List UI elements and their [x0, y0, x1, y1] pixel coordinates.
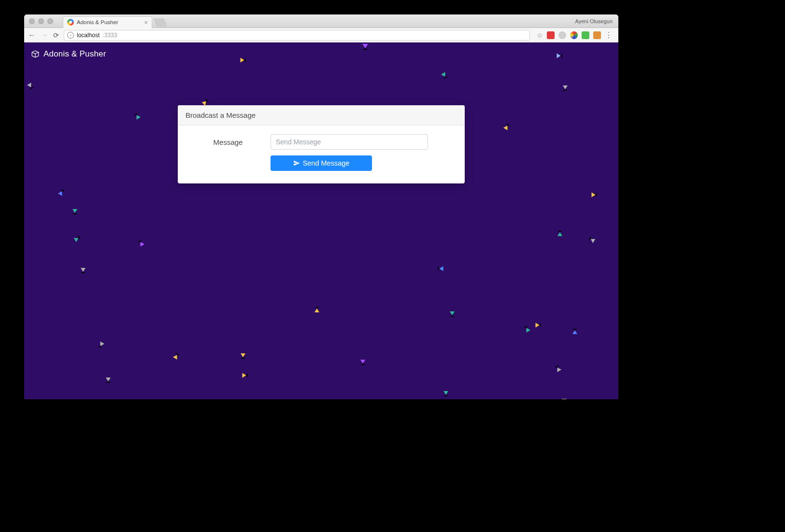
decorative-triangle — [58, 189, 65, 196]
decorative-triangle — [592, 193, 597, 197]
decorative-triangle — [557, 54, 562, 58]
decorative-triangle — [438, 266, 443, 271]
decorative-triangle — [241, 353, 245, 359]
decorative-triangle — [173, 352, 180, 360]
send-button-label: Send Message — [303, 159, 350, 167]
decorative-triangle — [98, 341, 104, 349]
decorative-triangle — [562, 399, 567, 399]
url-port: :3333 — [102, 32, 117, 39]
bookmark-star-icon[interactable]: ☆ — [537, 31, 543, 39]
new-tab-button[interactable] — [154, 18, 168, 27]
page-content: Adonis & Pusher Broadcast a Message Mess… — [24, 42, 618, 399]
profile-name[interactable]: Ayeni Olusegun — [575, 18, 613, 24]
address-bar[interactable]: i localhost:3333 — [64, 30, 530, 41]
browser-toolbar: ← → ⟳ i localhost:3333 ☆ ⋮ — [24, 28, 618, 42]
send-message-button[interactable]: Send Message — [271, 155, 372, 171]
forward-icon: → — [41, 31, 48, 40]
decorative-triangle — [588, 236, 596, 243]
decorative-triangle — [443, 391, 448, 396]
decorative-triangle — [106, 378, 111, 383]
broadcast-card: Broadcast a Message Message Send Message — [178, 105, 465, 183]
card-body: Message Send Message — [178, 126, 465, 183]
brand: Adonis & Pusher — [31, 49, 106, 59]
browser-tab-strip: Adonis & Pusher × Ayeni Olusegun — [24, 14, 618, 28]
browser-menu-icon[interactable]: ⋮ — [605, 30, 613, 40]
extension-icon[interactable] — [593, 31, 601, 39]
close-window-icon[interactable] — [29, 18, 35, 24]
tab-title: Adonis & Pusher — [77, 19, 118, 25]
site-info-icon[interactable]: i — [67, 32, 74, 39]
extension-icon[interactable] — [558, 31, 566, 39]
extension-icons: ☆ ⋮ — [535, 30, 614, 40]
decorative-triangle — [450, 311, 455, 317]
decorative-triangle — [557, 231, 562, 236]
back-icon[interactable]: ← — [28, 31, 36, 40]
message-row: Message — [186, 134, 457, 150]
decorative-triangle — [202, 98, 209, 106]
reload-icon[interactable]: ⟳ — [53, 31, 59, 39]
minimize-window-icon[interactable] — [38, 18, 44, 24]
extension-icon[interactable] — [582, 31, 589, 39]
decorative-triangle — [524, 325, 530, 333]
tab-close-icon[interactable]: × — [144, 19, 148, 26]
decorative-triangle — [536, 323, 541, 328]
decorative-triangle — [441, 72, 448, 79]
decorative-triangle — [27, 83, 34, 90]
message-label: Message — [186, 138, 271, 146]
url-host: localhost — [77, 32, 100, 39]
box-icon — [31, 50, 40, 58]
decorative-triangle — [555, 365, 561, 372]
extension-icon[interactable] — [547, 31, 555, 39]
decorative-triangle — [243, 373, 248, 378]
decorative-triangle — [138, 239, 144, 247]
decorative-triangle — [572, 329, 577, 334]
maximize-window-icon[interactable] — [47, 18, 53, 24]
extension-icon[interactable] — [570, 31, 578, 39]
decorative-triangle — [81, 268, 86, 273]
decorative-triangle — [362, 44, 368, 50]
browser-window: Adonis & Pusher × Ayeni Olusegun ← → ⟳ i… — [24, 14, 618, 399]
decorative-triangle — [563, 85, 568, 91]
brand-text: Adonis & Pusher — [43, 49, 106, 59]
decorative-triangle — [503, 123, 510, 130]
decorative-triangle — [134, 112, 141, 120]
window-controls — [24, 18, 58, 24]
decorative-triangle — [314, 307, 319, 312]
decorative-triangle — [241, 58, 246, 63]
browser-tab[interactable]: Adonis & Pusher × — [63, 16, 152, 28]
decorative-triangle — [74, 235, 81, 242]
message-input[interactable] — [271, 134, 428, 150]
decorative-triangle — [360, 360, 365, 365]
card-title: Broadcast a Message — [178, 105, 465, 126]
favicon-icon — [67, 19, 74, 26]
paper-plane-icon — [293, 160, 300, 167]
decorative-triangle — [72, 209, 77, 214]
